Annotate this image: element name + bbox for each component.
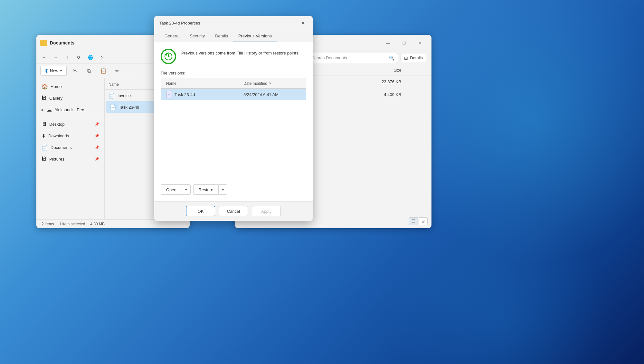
sidebar-nav: 🏠 Home 🖼 Gallery ▶ ☁ Aleksandr - Pers 🖥 … xyxy=(36,78,105,219)
invoice-file-icon: 📄 xyxy=(109,93,115,99)
explorer-left-title: Documents xyxy=(50,40,74,45)
nav-globe-btn[interactable]: 🌐 xyxy=(85,52,96,63)
explorer-left-title-area: Documents xyxy=(40,40,74,46)
tab-general[interactable]: General xyxy=(159,30,185,42)
open-dropdown-btn[interactable]: ▼ xyxy=(182,184,191,195)
sidebar-item-downloads[interactable]: ⬇ Downloads 📌 xyxy=(38,130,103,142)
version-cell-date: 5/24/2024 6:41 AM xyxy=(238,92,306,97)
version-cell-name: ≡ Task 23-4d xyxy=(161,91,238,98)
documents-pin-icon: 📌 xyxy=(95,145,99,150)
sidebar-item-home[interactable]: 🏠 Home xyxy=(38,81,103,92)
invoice-label: Invoice xyxy=(118,93,131,98)
list-view-btn[interactable]: ☰ xyxy=(409,217,418,225)
search-box[interactable]: Search Documents 🔍 xyxy=(308,53,398,63)
cut-btn[interactable]: ✂ xyxy=(69,66,81,76)
sidebar-divider xyxy=(39,117,102,117)
versions-col-name-header: Name xyxy=(161,81,238,86)
restore-clock-icon xyxy=(164,52,173,61)
version-name: Task 23-4d xyxy=(175,92,195,97)
file-versions-label: File versions: xyxy=(161,71,306,75)
dialog-tabs: General Security Details Previous Versio… xyxy=(154,30,313,42)
apply-button[interactable]: Apply xyxy=(252,206,281,216)
new-button[interactable]: ⊕ New ▼ xyxy=(40,66,67,76)
downloads-icon: ⬇ xyxy=(42,133,46,139)
sidebar-item-desktop[interactable]: 🖥 Desktop 📌 xyxy=(38,118,103,130)
desktop-icon: 🖥 xyxy=(42,121,47,127)
dialog-close-btn[interactable]: × xyxy=(298,19,308,28)
ok-button[interactable]: OK xyxy=(186,206,215,216)
version-file-icon: ≡ xyxy=(166,91,172,98)
dialog-info-row: Previous versions come from File History… xyxy=(161,49,306,64)
gallery-label: Gallery xyxy=(49,96,62,101)
dialog-content: Previous versions come from File History… xyxy=(154,42,313,201)
sort-icon: ▼ xyxy=(269,82,272,85)
nav-forward-btn[interactable]: → xyxy=(51,52,61,63)
documents-icon: 📄 xyxy=(42,144,48,151)
folder-icon-left xyxy=(40,40,47,46)
desktop-pin-icon: 📌 xyxy=(95,122,99,126)
documents-label: Documents xyxy=(51,145,72,150)
versions-table: Name Date modified ▼ ≡ Task 23-4d xyxy=(161,78,306,179)
file-col-name-header: Name xyxy=(109,82,119,87)
nav-expand-btn[interactable]: > xyxy=(97,52,107,63)
dialog-info-text: Previous versions come from File History… xyxy=(181,49,299,56)
sidebar-item-gallery[interactable]: 🖼 Gallery xyxy=(38,92,103,104)
pictures-pin-icon: 📌 xyxy=(95,157,99,161)
expand-arrow-icon: ▶ xyxy=(42,108,44,112)
search-placeholder: Search Documents xyxy=(311,55,347,60)
status-selected: 1 item selected xyxy=(59,222,85,226)
rename-btn[interactable]: ✏ xyxy=(112,66,123,76)
sidebar-item-documents[interactable]: 📄 Documents 📌 xyxy=(38,142,103,153)
nav-up-btn[interactable]: ↑ xyxy=(62,52,72,63)
restore-btn[interactable]: Restore xyxy=(193,184,219,195)
tab-security[interactable]: Security xyxy=(185,30,210,42)
pictures-icon: 🖼 xyxy=(42,156,47,162)
versions-table-body: ≡ Task 23-4d 5/24/2024 6:41 AM xyxy=(161,89,306,179)
sidebar-item-onedrive[interactable]: ▶ ☁ Aleksandr - Pers xyxy=(38,104,103,115)
nav-refresh-btn[interactable]: ⟳ xyxy=(74,52,84,63)
copy-btn[interactable]: ⧉ xyxy=(83,66,95,76)
maximize-btn[interactable]: □ xyxy=(397,38,412,48)
desktop-label: Desktop xyxy=(49,122,65,127)
search-icon: 🔍 xyxy=(389,55,394,61)
cancel-button[interactable]: Cancel xyxy=(219,206,248,216)
nav-back-btn[interactable]: ← xyxy=(39,52,49,63)
explorer-bg-controls: — □ × xyxy=(381,38,428,48)
new-label: New xyxy=(50,68,58,73)
open-btn[interactable]: Open xyxy=(161,184,182,195)
dialog-title: Task 23-4d Properties xyxy=(159,21,200,25)
onedrive-icon: ☁ xyxy=(47,107,52,113)
row2-size: 4,409 KB xyxy=(353,92,401,97)
sidebar-item-pictures[interactable]: 🖼 Pictures 📌 xyxy=(38,153,103,165)
details-btn[interactable]: ⊞ Details xyxy=(401,54,426,62)
restore-dropdown-btn[interactable]: ▼ xyxy=(218,184,227,195)
downloads-pin-icon: 📌 xyxy=(95,134,99,138)
open-split-btn: Open ▼ xyxy=(161,184,191,195)
new-chevron-icon: ▼ xyxy=(60,69,62,73)
home-label: Home xyxy=(51,84,62,89)
row1-size: 23,876 KB xyxy=(353,79,401,84)
versions-col-date-header: Date modified ▼ xyxy=(238,81,306,86)
pictures-label: Pictures xyxy=(49,157,64,162)
home-icon: 🏠 xyxy=(42,84,48,90)
paste-btn[interactable]: 📋 xyxy=(98,66,109,76)
tab-details[interactable]: Details xyxy=(210,30,233,42)
tab-previous-versions[interactable]: Previous Versions xyxy=(233,30,277,42)
versions-table-header: Name Date modified ▼ xyxy=(161,78,306,89)
details-label: Details xyxy=(410,55,423,60)
minimize-btn[interactable]: — xyxy=(381,38,395,48)
close-btn[interactable]: × xyxy=(413,38,428,48)
downloads-label: Downloads xyxy=(48,133,69,138)
col-size-header: Size xyxy=(353,68,401,73)
tile-view-btn[interactable]: ⊟ xyxy=(419,217,428,225)
details-grid-icon: ⊞ xyxy=(404,55,408,61)
task-label: Task 23-4d xyxy=(119,105,139,110)
version-row-selected[interactable]: ≡ Task 23-4d 5/24/2024 6:41 AM xyxy=(161,89,306,100)
task-file-icon: 📄 xyxy=(110,104,116,110)
new-plus-icon: ⊕ xyxy=(44,68,49,74)
status-size: 4.30 MB xyxy=(90,222,105,226)
restore-split-btn: Restore ▼ xyxy=(193,184,228,195)
view-toggle: ☰ ⊟ xyxy=(409,217,428,225)
properties-dialog: Task 23-4d Properties × General Security… xyxy=(154,16,313,221)
dialog-titlebar: Task 23-4d Properties × xyxy=(154,16,313,30)
